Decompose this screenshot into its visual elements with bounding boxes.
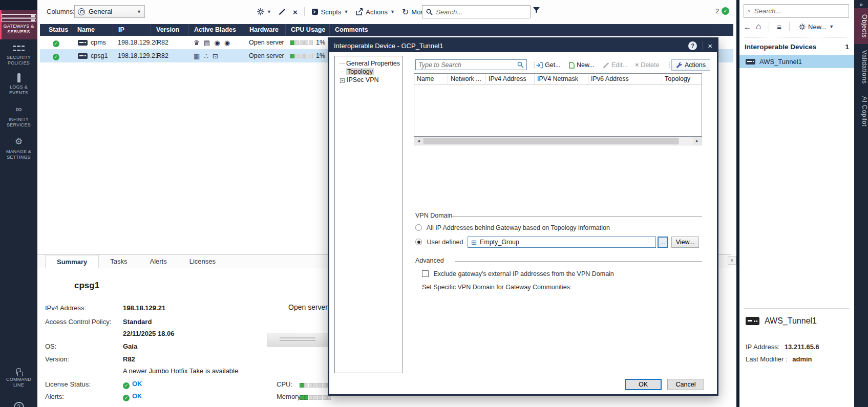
tab-licenses[interactable]: Licenses: [178, 255, 227, 268]
funnel-icon: [533, 7, 540, 14]
checkbox-unchecked-icon[interactable]: [422, 270, 429, 277]
get-interfaces-button[interactable]: Get...: [536, 59, 561, 71]
scroll-right-icon[interactable]: ►: [693, 137, 702, 145]
version-value: R82: [123, 355, 135, 363]
scroll-left-icon[interactable]: ◄: [414, 137, 423, 145]
toolbar-separator: [304, 7, 305, 16]
col-active-blades[interactable]: Active Blades: [188, 24, 244, 36]
tree-item-topology[interactable]: Topology: [338, 68, 403, 76]
vpn-domain-option-all[interactable]: All IP Addresses behind Gateway based on…: [415, 224, 610, 231]
changes-count: 2: [715, 7, 719, 15]
home-icon[interactable]: ⌂: [756, 22, 761, 32]
chevron-down-icon: ▼: [267, 9, 271, 14]
sidebar-item-manage-settings[interactable]: ⚙ MANAGE & SETTINGS: [0, 133, 37, 165]
sidebar-item-logs-events[interactable]: LOGS & EVENTS: [0, 71, 37, 100]
tab-ai-copilot[interactable]: AI Copilot: [854, 90, 868, 133]
delete-interface-button[interactable]: × Delete: [635, 59, 659, 71]
vpn-domain-group-field[interactable]: ⊞ Empty_Group: [468, 237, 656, 248]
tree-item-ipsec-vpn[interactable]: +IPSec VPN: [338, 76, 403, 84]
col-comments[interactable]: Comments: [329, 24, 733, 36]
browse-group-button[interactable]: ...: [658, 237, 668, 248]
topology-search-input[interactable]: [418, 61, 517, 69]
object-modifier-row: Last Modifier : admin: [746, 355, 812, 363]
status-ok-icon: ✓: [53, 54, 59, 60]
tree-expand-icon[interactable]: +: [340, 78, 345, 83]
sidebar-item-command-line[interactable]: › COMMAND LINE: [0, 363, 37, 393]
col-name[interactable]: Name: [414, 74, 448, 84]
search-input[interactable]: [436, 8, 526, 16]
col-cpu-usage[interactable]: CPU Usage: [285, 24, 329, 36]
back-arrow-icon[interactable]: ←: [744, 23, 751, 31]
edit-interface-button[interactable]: Edit...: [603, 59, 628, 71]
columns-label: Columns:: [47, 8, 75, 15]
version-label: Version:: [45, 355, 69, 363]
chevron-down-icon: ▼: [390, 9, 395, 14]
tab-objects[interactable]: Objects: [854, 8, 868, 44]
ip-label: IP Address:: [746, 343, 779, 351]
object-name: AWS_Tunnel1: [759, 58, 802, 66]
memory-label: Memory:: [277, 393, 303, 400]
dialog-close-icon[interactable]: ×: [708, 41, 712, 50]
radio-selected-icon[interactable]: [415, 239, 422, 245]
chevron-down-icon: ▼: [137, 9, 141, 14]
actions-button[interactable]: Actions ▼: [352, 6, 398, 18]
col-version[interactable]: Version: [151, 24, 188, 36]
col-network[interactable]: Network ...: [448, 74, 486, 84]
objects-search-input[interactable]: [754, 7, 844, 15]
object-list-item-aws-tunnel1[interactable]: AWS_Tunnel1: [739, 55, 854, 68]
col-ip[interactable]: IP: [113, 24, 151, 36]
horizontal-scrollbar[interactable]: ◄ ►: [414, 137, 702, 145]
col-name[interactable]: Name: [72, 24, 113, 36]
vpn-domain-option-user-defined[interactable]: User defined: [415, 239, 463, 246]
view-group-button[interactable]: View...: [671, 237, 699, 248]
edit-button[interactable]: [275, 6, 289, 17]
get-icon: [536, 62, 543, 69]
sidebar-item-gateways-servers[interactable]: GATEWAYS & SERVERS: [0, 10, 37, 39]
pencil-icon: [279, 8, 286, 15]
collapse-panel-button[interactable]: »: [728, 256, 736, 265]
changes-status[interactable]: 2 ✓: [715, 7, 729, 15]
interoperable-device-icon: [746, 317, 759, 325]
dialog-titlebar[interactable]: Interoperable Device - GCP_Tunnel1 ? ×: [329, 39, 717, 52]
tree-item-general-properties[interactable]: General Properties: [338, 59, 403, 68]
license-status-label: License Status:: [45, 380, 91, 388]
scripts-label: Scripts: [321, 8, 342, 16]
get-label: Get...: [545, 61, 561, 69]
sidebar-item-security-policies[interactable]: SECURITY POLICIES: [0, 39, 37, 71]
delete-button[interactable]: ×: [289, 6, 301, 18]
expand-dock-icon[interactable]: »: [854, 0, 868, 8]
help-icon[interactable]: ?: [14, 402, 24, 407]
scrollbar-thumb[interactable]: [424, 138, 679, 144]
col-topology[interactable]: Topology: [662, 74, 702, 84]
scripts-button[interactable]: Scripts ▼: [308, 6, 352, 18]
tab-validations[interactable]: Validations: [854, 44, 868, 90]
activity-arc-icon: [17, 73, 20, 82]
radio-unselected-icon[interactable]: [415, 224, 422, 231]
new-interface-button[interactable]: New...: [569, 59, 595, 71]
sidebar-item-infinity-services[interactable]: ∞ INFINITY SERVICES: [0, 100, 37, 133]
col-hardware[interactable]: Hardware: [244, 24, 285, 36]
tab-alerts[interactable]: Alerts: [138, 255, 178, 268]
cancel-button[interactable]: Cancel: [667, 379, 704, 390]
check-circle-icon: ✓: [722, 7, 729, 15]
col-ipv4-address[interactable]: IPv4 Address: [486, 74, 535, 84]
col-ipv6-address[interactable]: IPv6 Address: [588, 74, 662, 84]
infinity-icon: ∞: [15, 104, 22, 115]
list-view-icon[interactable]: ≡: [777, 23, 781, 31]
tab-summary[interactable]: Summary: [45, 255, 99, 268]
exclude-external-ip-option[interactable]: Exclude gateway's external IP addresses …: [422, 270, 614, 277]
dialog-help-icon[interactable]: ?: [688, 41, 697, 50]
dialog-nav-tree: General Properties Topology +IPSec VPN: [334, 56, 403, 373]
columns-dropdown[interactable]: General ▼: [74, 5, 145, 18]
new-gateway-button[interactable]: ▼: [253, 6, 275, 17]
tab-tasks[interactable]: Tasks: [99, 255, 138, 268]
license-status-value: ✓OK: [123, 380, 142, 389]
filter-button[interactable]: [533, 7, 540, 16]
col-ipv4-netmask[interactable]: IPV4 Netmask: [535, 74, 588, 84]
interface-actions-button[interactable]: Actions: [671, 59, 710, 71]
ip-value: 13.211.65.6: [785, 343, 819, 351]
delete-label: Delete: [641, 61, 659, 69]
ok-button[interactable]: OK: [625, 379, 662, 390]
new-object-button[interactable]: New... ▼: [797, 22, 835, 32]
col-status[interactable]: Status: [40, 24, 72, 36]
